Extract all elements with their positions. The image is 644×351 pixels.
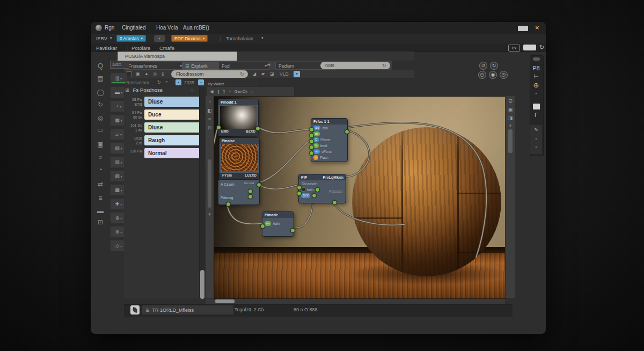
image-icon[interactable]: ▣ <box>506 107 515 112</box>
path-refresh-icon[interactable]: ↻ <box>240 71 244 77</box>
channel-dropdown-normal[interactable]: Normal ▾ <box>144 148 204 158</box>
output-socket[interactable] <box>332 200 337 205</box>
clock-icon-1[interactable]: ◴ <box>478 71 486 79</box>
socket-chip[interactable]: ab <box>313 149 320 154</box>
output-socket[interactable] <box>248 194 253 199</box>
panel-icon[interactable]: ▯ <box>223 89 225 94</box>
panel-toggle-button[interactable] <box>523 45 536 50</box>
socket-chip[interactable]: C <box>313 137 319 142</box>
checkbox[interactable] <box>301 187 305 192</box>
search-input[interactable] <box>320 62 390 69</box>
tab-pavtiskar[interactable]: Pavtiskar <box>96 45 117 51</box>
input-socket[interactable] <box>216 125 221 130</box>
material-leaf-button[interactable] <box>130 305 140 315</box>
clock-icon-2[interactable]: ◉ <box>489 71 497 79</box>
horizontal-scrollbar-thumb[interactable] <box>215 299 235 303</box>
close-button[interactable]: × <box>535 24 539 32</box>
target-icon[interactable]: ◎ <box>153 71 157 76</box>
socket[interactable] <box>315 187 320 192</box>
menu-view[interactable]: Hoa Vcia <box>156 25 178 31</box>
channel-dropdown-duce[interactable]: Duce ▾ <box>144 109 204 120</box>
decrement-button[interactable]: • <box>175 79 181 85</box>
render-mode-button[interactable]: EDF Dinama ▾ <box>171 35 208 42</box>
options-icon[interactable]: ◌ <box>251 89 253 94</box>
swap-icon[interactable]: ⇄ <box>93 180 108 188</box>
tool-bars-button[interactable]: |||▾ <box>110 72 127 84</box>
globe-icon[interactable]: ⊕ <box>530 81 543 89</box>
transform-dropdown[interactable]: Fnusaafonnes ▾ <box>125 62 185 70</box>
tab-cmafe[interactable]: Cmafe <box>159 45 174 51</box>
half-icon[interactable]: ◧ <box>206 108 214 113</box>
dot-circle-icon[interactable]: ⊙ <box>206 125 214 130</box>
chevron-down-icon[interactable]: ▾ <box>506 123 515 128</box>
reload-icon[interactable]: ↻ <box>157 80 161 85</box>
input-socket[interactable] <box>297 185 302 190</box>
card-icon[interactable]: ▭ <box>93 126 108 134</box>
path-tool-icon[interactable]: ⊢ <box>530 73 543 80</box>
texture-node-b[interactable]: Pincise PYsmLUZXD <box>219 137 260 180</box>
zoom-region-icon[interactable]: ⊡ <box>93 218 108 226</box>
mode-dropdown[interactable]: Fod ▾ <box>218 62 270 70</box>
layer-panel-scrollbar[interactable] <box>199 87 206 298</box>
socket[interactable] <box>312 193 317 198</box>
indicator-pill[interactable] <box>533 57 540 61</box>
p8-tool[interactable]: P8 <box>530 65 543 71</box>
texture-node-a[interactable]: Pmodd 1 EMbBZXD <box>218 99 259 136</box>
square-icon[interactable]: ▫ <box>530 136 543 141</box>
frame-icon[interactable]: ▣ <box>93 141 108 148</box>
clock-icon-3[interactable]: ◷ <box>500 71 508 79</box>
utility-node[interactable]: Pimade anAaln <box>262 211 294 237</box>
undo-button[interactable]: ↺ <box>479 62 487 70</box>
camera-icon[interactable]: ▣ <box>136 71 140 76</box>
px-button[interactable]: Px <box>508 45 520 52</box>
socket-chip[interactable]: an <box>265 221 271 226</box>
material-name-segment[interactable]: ⊞ TR 1ORLD_Mfleiss <box>142 305 233 315</box>
output-socket[interactable] <box>226 202 231 207</box>
material-node[interactable]: PIPPrvLqMkrm Shusssde baln BYX Pdsucsd <box>298 174 346 203</box>
input-socket[interactable] <box>297 191 302 196</box>
socket-chip[interactable]: BYX <box>301 193 310 198</box>
collapse-icon[interactable]: ⊟ <box>506 98 515 104</box>
mode-label[interactable]: IERV <box>96 36 107 41</box>
output-socket[interactable] <box>257 182 261 187</box>
rotate-icon[interactable]: ↻ <box>93 101 108 108</box>
graph-dropdown[interactable]: GenCk <box>234 89 247 94</box>
output-socket[interactable] <box>290 228 295 233</box>
tool-search-input[interactable] <box>110 61 129 69</box>
refresh-icon[interactable]: ↻ <box>539 44 544 51</box>
channel-dropdown-diffuse2[interactable]: Diuse ▾ <box>144 122 204 133</box>
slider-icon[interactable]: ≐ <box>267 62 271 68</box>
socket-chip[interactable]: ab <box>313 131 320 136</box>
shader-node[interactable]: Prfoc 1 1 i19cna ab CPhace Vtend abuPvna… <box>311 118 348 162</box>
chevron-down-icon[interactable]: ▾ <box>206 211 214 217</box>
node-canvas-viewport[interactable]: Pmodd 1 EMbBZXD Pincise PYsmLUZXD A Cswm <box>214 96 506 299</box>
menu-file[interactable]: Rgn <box>105 25 114 31</box>
sliders-icon[interactable]: ∥ <box>217 89 219 94</box>
contrast-icon[interactable]: ◨ <box>506 115 515 121</box>
search-icon[interactable]: Q <box>93 62 108 70</box>
vld-toggle-button[interactable]: ▾ <box>294 71 300 77</box>
right-dropdown[interactable]: Torochalaian <box>226 36 253 41</box>
dial-icon[interactable]: ◔ <box>206 99 214 105</box>
mini-scrollbar-thumb[interactable] <box>208 159 211 208</box>
small-circle-icon[interactable]: ○ <box>93 153 108 161</box>
socket-chip[interactable]: o <box>313 155 318 160</box>
scrollbar-thumb[interactable] <box>200 270 204 299</box>
input-socket[interactable] <box>309 145 314 150</box>
target-icon[interactable]: ◎ <box>93 114 108 122</box>
slider-icon[interactable]: ≐ <box>165 80 169 85</box>
input-socket[interactable] <box>309 139 314 144</box>
strip-scrollbar-thumb[interactable] <box>508 129 513 153</box>
options-icon[interactable]: ◌ <box>191 87 194 93</box>
titlebar[interactable]: Rgn Cingtialed Hoa Vcia Aua rcBE() × <box>91 22 546 34</box>
maximize-button[interactable] <box>518 26 528 31</box>
channel-dropdown-rough[interactable]: Raugh ▾ <box>144 135 204 145</box>
shading-icon[interactable]: ◉ <box>210 89 214 94</box>
shade-icon[interactable]: ◪ <box>270 71 274 76</box>
socket-chip[interactable]: V <box>313 143 319 148</box>
preset-button[interactable]: 0 Arastas ▾ <box>116 35 146 42</box>
list-icon[interactable]: ≡ <box>206 116 214 122</box>
output-socket[interactable] <box>248 189 253 194</box>
increment-button[interactable]: • <box>198 79 204 85</box>
white-swatch-button[interactable] <box>533 104 540 109</box>
